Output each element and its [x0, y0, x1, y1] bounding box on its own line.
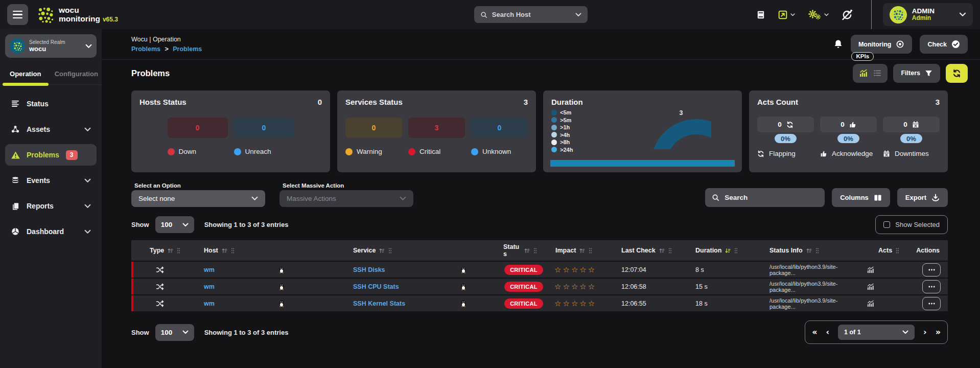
hosts-down-box[interactable]: 0 — [168, 118, 228, 138]
search-host-dropdown[interactable]: Search Host — [474, 6, 588, 23]
settings-button[interactable] — [808, 9, 829, 20]
sidebar-item-reports[interactable]: Reports — [5, 195, 97, 217]
status-info-text: /usr/local/lib/python3.9/site-package... — [769, 297, 862, 310]
realm-label: Selected Realm — [29, 39, 65, 45]
sidebar-item-status[interactable]: Status — [5, 93, 97, 114]
services-unknown-box[interactable]: 0 — [471, 118, 528, 138]
column-header-type[interactable]: Type — [133, 245, 186, 256]
monitoring-button[interactable]: Monitoring — [851, 35, 913, 54]
column-header-impact[interactable]: Impact — [549, 245, 613, 256]
sidebar-menu: Status Assets Problems 3 Events Reports — [0, 85, 102, 250]
acknowledge-percent: 0% — [837, 134, 859, 143]
check-button[interactable]: Check — [920, 35, 968, 54]
tab-operation[interactable]: Operation — [0, 65, 51, 84]
external-tools-button[interactable] — [778, 10, 795, 19]
massive-action-value: Massive Actions — [287, 195, 336, 202]
unreach-dot — [234, 148, 241, 155]
column-header-last-check[interactable]: Last Check — [613, 245, 682, 256]
breadcrumb: Wocu | Operation Problems > Problems — [131, 36, 202, 53]
linux-penguin-icon — [278, 300, 285, 307]
services-warning-box[interactable]: 0 — [345, 118, 402, 138]
pie-chart-icon — [11, 227, 20, 236]
duration-half-donut-chart — [651, 119, 711, 149]
pages-icon — [11, 202, 20, 210]
refresh-button[interactable] — [946, 64, 968, 83]
export-button[interactable]: Export — [897, 188, 948, 207]
host-link[interactable]: wm — [204, 300, 215, 307]
warning-dot — [345, 148, 353, 155]
filters-button[interactable]: Filters — [893, 64, 940, 83]
host-link[interactable]: wm — [204, 283, 215, 290]
realm-selector[interactable]: Selected Realm wocu — [5, 34, 97, 58]
sidebar-item-assets[interactable]: Assets — [5, 119, 97, 140]
column-header-host[interactable]: Host — [186, 245, 304, 256]
page-size-value: 100 — [161, 329, 173, 336]
chevron-down-icon — [400, 196, 406, 201]
show-selected-toggle[interactable]: Show Selected — [875, 215, 948, 234]
breadcrumb-parent-link[interactable]: Problems — [131, 45, 160, 53]
column-header-status[interactable]: Status — [498, 242, 549, 260]
service-link[interactable]: SSH CPU Stats — [353, 283, 399, 290]
user-menu[interactable]: ADMIN Admin — [883, 3, 973, 26]
column-header-duration[interactable]: Duration — [682, 245, 751, 256]
shuffle-icon — [156, 300, 164, 308]
logbook-button[interactable] — [756, 10, 765, 19]
row-actions-button[interactable] — [922, 263, 941, 277]
linux-penguin-icon — [278, 283, 285, 290]
breadcrumb-current-link[interactable]: Problems — [173, 45, 202, 53]
column-header-status-info[interactable]: Status Info — [751, 245, 874, 256]
column-header-acts[interactable]: Acts — [874, 245, 905, 256]
service-link[interactable]: SSH Kernel Stats — [353, 300, 405, 307]
option-select[interactable]: Select none — [131, 190, 265, 207]
page-select[interactable]: 1 of 1 — [838, 325, 915, 340]
hamburger-menu-button[interactable] — [7, 4, 28, 25]
disable-refresh-button[interactable] — [842, 9, 853, 20]
logbook-icon — [756, 10, 765, 19]
page-size-select[interactable]: 100 — [155, 216, 194, 233]
chevron-down-icon — [182, 330, 189, 334]
tab-configuration[interactable]: Configuration — [51, 65, 102, 84]
row-actions-button[interactable] — [922, 280, 941, 293]
graph-icon[interactable] — [867, 266, 874, 273]
row-actions-button[interactable] — [922, 297, 941, 310]
app-version: v65.3 — [103, 16, 118, 23]
columns-button[interactable]: Columns — [832, 188, 890, 207]
kpis-chart-toggle[interactable] — [859, 69, 868, 77]
thumbs-up-icon — [849, 121, 856, 128]
sidebar-item-dashboard[interactable]: Dashboard — [5, 221, 97, 242]
hosts-unreach-box[interactable]: 0 — [234, 118, 294, 138]
impact-stars[interactable]: ☆☆☆☆☆ — [554, 282, 596, 291]
monitoring-label: Monitoring — [858, 41, 892, 48]
table-search-input[interactable] — [725, 194, 818, 201]
massive-action-label: Select Massive Action — [283, 182, 413, 189]
last-page-button[interactable]: » — [936, 328, 941, 336]
services-critical-box[interactable]: 3 — [408, 118, 465, 138]
first-page-button[interactable]: « — [812, 328, 817, 336]
breadcrumb-context: Wocu | Operation — [131, 36, 202, 43]
sidebar-item-label: Status — [27, 100, 49, 108]
ellipsis-icon — [928, 269, 936, 271]
list-view-toggle[interactable] — [873, 69, 881, 77]
page-header: Problems KPIs Filters — [102, 60, 980, 86]
graph-icon[interactable] — [867, 300, 874, 307]
next-page-button[interactable]: › — [923, 328, 927, 336]
host-link[interactable]: wm — [204, 266, 215, 273]
impact-stars[interactable]: ☆☆☆☆☆ — [554, 265, 596, 274]
graph-icon[interactable] — [867, 283, 874, 290]
column-header-service[interactable]: Service — [304, 245, 498, 256]
top-bar: wocu monitoringv65.3 Search Host ADMIN A… — [0, 0, 980, 29]
linux-penguin-icon — [460, 266, 466, 273]
bell-icon[interactable] — [833, 39, 843, 49]
service-link[interactable]: SSH Disks — [353, 266, 385, 273]
view-toggle-group — [853, 64, 888, 83]
massive-action-select[interactable]: Massive Actions — [279, 190, 413, 207]
sidebar-item-problems[interactable]: Problems 3 — [5, 144, 97, 166]
option-select-value: Select none — [138, 195, 175, 202]
impact-stars[interactable]: ☆☆☆☆☆ — [554, 299, 596, 308]
sidebar-item-events[interactable]: Events — [5, 170, 97, 191]
critical-dot — [408, 148, 415, 155]
previous-page-button[interactable]: ‹ — [826, 328, 829, 336]
page-size-select[interactable]: 100 — [155, 324, 194, 341]
sidebar: Selected Realm wocu Operation Configurat… — [0, 29, 102, 368]
realm-icon — [10, 38, 25, 54]
